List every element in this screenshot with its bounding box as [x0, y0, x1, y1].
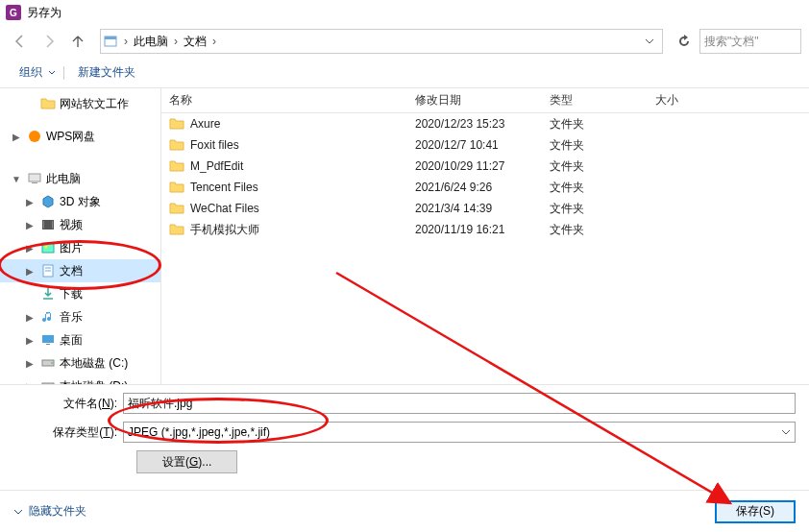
tree-item[interactable]: ▶WPS网盘 [0, 125, 160, 148]
folder-tree[interactable]: 网站软文工作▶WPS网盘▼此电脑▶3D 对象▶视频▶图片▶文档下载▶音乐▶桌面▶… [0, 88, 161, 384]
app-icon: G [6, 5, 21, 20]
folder-icon [169, 222, 184, 237]
list-item[interactable]: Axure2020/12/23 15:23文件夹 [161, 113, 809, 134]
list-item[interactable]: Foxit files2020/12/7 10:41文件夹 [161, 134, 809, 156]
folder-icon [40, 96, 56, 111]
svg-rect-3 [29, 174, 40, 181]
tree-item[interactable]: ▶桌面 [0, 328, 160, 351]
desktop-icon [40, 332, 56, 348]
tree-label: 桌面 [60, 332, 83, 349]
tree-item[interactable]: ▶视频 [0, 213, 160, 236]
up-button[interactable] [65, 29, 90, 54]
video-icon [40, 217, 56, 232]
savetype-select[interactable]: JPEG (*.jpg,*.jpeg,*.jpe,*.jif) [123, 422, 796, 443]
breadcrumb-sep: › [120, 35, 132, 48]
tree-item[interactable]: ▶3D 对象 [0, 190, 160, 213]
save-button[interactable]: 保存(S) [715, 500, 796, 523]
tree-twisty[interactable]: ▼ [10, 174, 23, 184]
disk-icon [40, 378, 56, 384]
doc-icon [40, 263, 56, 278]
filename-input[interactable] [123, 393, 796, 414]
tree-twisty[interactable]: ▶ [23, 358, 37, 369]
hide-folders-toggle[interactable]: 隐藏文件夹 [13, 503, 86, 520]
footer: 隐藏文件夹 保存(S) [0, 490, 809, 532]
breadcrumb-seg[interactable]: 文档 [182, 34, 208, 50]
chevron-down-icon [48, 69, 56, 77]
tree-item[interactable]: ▶本地磁盘 (D:) [0, 375, 160, 384]
list-item[interactable]: 手机模拟大师2020/11/19 16:21文件夹 [161, 219, 809, 240]
tree-label: WPS网盘 [46, 129, 95, 145]
nav-row: › 此电脑 › 文档 › 搜索"文档" [0, 25, 809, 58]
folder-icon [169, 201, 184, 216]
tree-label: 3D 对象 [60, 194, 101, 210]
organize-menu[interactable]: 组织 [13, 64, 48, 81]
tree-label: 图片 [60, 240, 83, 256]
col-date[interactable]: 修改日期 [407, 92, 542, 109]
tree-item[interactable]: 下载 [0, 282, 160, 305]
svg-rect-7 [52, 221, 53, 229]
list-item[interactable]: WeChat Files2021/3/4 14:39文件夹 [161, 198, 809, 219]
new-folder-button[interactable]: 新建文件夹 [72, 64, 141, 81]
chevron-down-icon [13, 507, 23, 517]
breadcrumb-root[interactable]: 此电脑 [132, 34, 170, 50]
down-icon [40, 286, 56, 302]
tree-label: 网站软文工作 [60, 96, 129, 112]
forward-button[interactable] [37, 29, 61, 54]
svg-point-16 [51, 362, 53, 364]
breadcrumb-dropdown[interactable] [639, 30, 660, 53]
tree-label: 本地磁盘 (D:) [60, 378, 128, 385]
tree-item[interactable]: ▶音乐 [0, 305, 160, 328]
pc-icon [27, 171, 42, 186]
folder-icon [169, 180, 184, 195]
list-item[interactable]: M_PdfEdit2020/10/29 11:27文件夹 [161, 156, 809, 177]
tree-label: 下载 [60, 286, 83, 302]
back-button[interactable] [8, 29, 33, 54]
tree-twisty[interactable]: ▶ [23, 220, 37, 230]
tree-label: 文档 [60, 263, 83, 279]
tree-twisty[interactable]: ▶ [23, 197, 37, 207]
breadcrumb-icon [101, 35, 120, 48]
titlebar: G 另存为 [0, 0, 809, 25]
breadcrumb[interactable]: › 此电脑 › 文档 › [100, 29, 663, 54]
pic-icon [40, 240, 56, 255]
tree-twisty[interactable]: ▶ [23, 312, 37, 323]
search-placeholder: 搜索"文档" [704, 34, 759, 50]
svg-point-2 [29, 131, 40, 142]
music-icon [40, 309, 56, 325]
filename-label: 文件名(N): [13, 396, 123, 412]
tree-twisty[interactable]: ▶ [23, 335, 37, 346]
svg-rect-14 [46, 344, 50, 345]
bottom-panel: 文件名(N): 保存类型(T): JPEG (*.jpg,*.jpeg,*.jp… [0, 384, 809, 473]
tree-item[interactable]: ▶文档 [0, 259, 160, 282]
svg-point-9 [45, 246, 48, 249]
tree-twisty[interactable]: ▶ [23, 266, 37, 277]
tree-twisty[interactable]: ▶ [23, 243, 37, 254]
settings-button[interactable]: 设置(G)... [136, 450, 237, 473]
tree-item[interactable]: ▶本地磁盘 (C:) [0, 351, 160, 375]
savetype-label: 保存类型(T): [13, 424, 123, 441]
svg-rect-17 [42, 383, 54, 384]
refresh-button[interactable] [673, 30, 696, 53]
search-input[interactable]: 搜索"文档" [699, 29, 801, 54]
svg-rect-8 [42, 243, 54, 253]
col-type[interactable]: 类型 [542, 92, 648, 109]
tree-item[interactable]: ▶图片 [0, 236, 160, 259]
tree-twisty[interactable]: ▶ [10, 132, 23, 142]
toolbar: 组织 新建文件夹 [0, 58, 809, 88]
tree-item[interactable]: ▼此电脑 [0, 167, 160, 190]
file-list: 名称 修改日期 类型 大小 Axure2020/12/23 15:23文件夹Fo… [161, 88, 809, 384]
tree-item[interactable]: 网站软文工作 [0, 92, 160, 115]
svg-rect-4 [32, 182, 37, 183]
col-size[interactable]: 大小 [648, 92, 734, 109]
svg-rect-6 [43, 221, 44, 229]
list-header[interactable]: 名称 修改日期 类型 大小 [161, 88, 809, 113]
tree-label: 此电脑 [46, 171, 81, 187]
tree-twisty[interactable]: ▶ [23, 381, 37, 385]
disk-icon [40, 355, 56, 371]
col-name[interactable]: 名称 [161, 92, 407, 109]
folder-icon [169, 116, 184, 132]
svg-rect-1 [105, 36, 116, 39]
list-item[interactable]: Tencent Files2021/6/24 9:26文件夹 [161, 177, 809, 198]
chevron-down-icon [781, 427, 791, 437]
folder-icon [169, 158, 184, 174]
